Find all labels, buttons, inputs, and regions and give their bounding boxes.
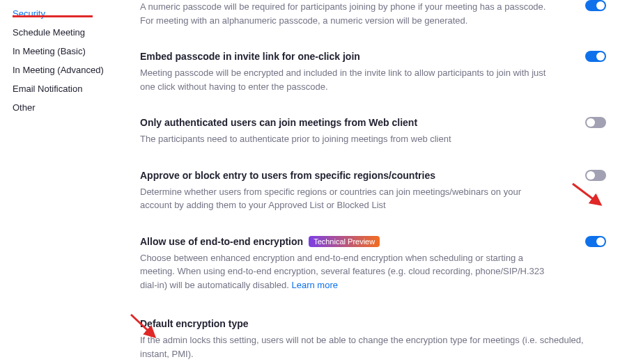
setting-description: The participants need to authenticate pr… bbox=[140, 132, 550, 146]
settings-content: A numeric passcode will be required for … bbox=[122, 0, 627, 364]
sidebar-item-other[interactable]: Other bbox=[13, 98, 36, 117]
toggle-numeric-passcode[interactable] bbox=[585, 0, 606, 11]
toggle-authenticated-web[interactable] bbox=[585, 117, 606, 128]
sidebar-item-email-notification[interactable]: Email Notification bbox=[13, 79, 82, 98]
setting-title: Approve or block entry to users from spe… bbox=[140, 170, 550, 181]
toggle-embed-passcode[interactable] bbox=[585, 51, 606, 62]
setting-title: Default encryption type bbox=[140, 318, 599, 329]
setting-title-text: Allow use of end-to-end encryption bbox=[140, 236, 303, 247]
toggle-region-block[interactable] bbox=[585, 170, 606, 181]
technical-preview-badge: Technical Preview bbox=[309, 236, 380, 247]
sidebar-item-security[interactable]: Security bbox=[13, 4, 45, 23]
sidebar-item-schedule-meeting[interactable]: Schedule Meeting bbox=[13, 23, 85, 42]
setting-desc-text: Choose between enhanced encryption and e… bbox=[140, 253, 544, 290]
setting-region-block: Approve or block entry to users from spe… bbox=[140, 159, 599, 225]
setting-description: Choose between enhanced encryption and e… bbox=[140, 251, 550, 292]
learn-more-link[interactable]: Learn more bbox=[292, 280, 338, 290]
setting-description: Meeting passcode will be encrypted and i… bbox=[140, 66, 550, 93]
sidebar-item-label: Schedule Meeting bbox=[13, 27, 85, 38]
annotation-underline bbox=[13, 15, 93, 17]
sidebar-item-label: Other bbox=[13, 102, 36, 113]
setting-title: Only authenticated users can join meetin… bbox=[140, 117, 550, 128]
setting-title: Allow use of end-to-end encryption Techn… bbox=[140, 236, 550, 247]
setting-default-encryption: Default encryption type If the admin loc… bbox=[140, 304, 599, 364]
toggle-e2ee[interactable] bbox=[585, 236, 606, 247]
setting-embed-passcode: Embed passcode in invite link for one-cl… bbox=[140, 40, 599, 106]
settings-sidebar: Security Schedule Meeting In Meeting (Ba… bbox=[0, 0, 122, 364]
setting-description: A numeric passcode will be required for … bbox=[140, 0, 550, 27]
setting-title: Embed passcode in invite link for one-cl… bbox=[140, 51, 550, 62]
setting-description: Determine whether users from specific re… bbox=[140, 185, 550, 212]
sidebar-item-label: In Meeting (Basic) bbox=[13, 46, 86, 56]
setting-authenticated-web: Only authenticated users can join meetin… bbox=[140, 106, 599, 159]
setting-e2ee: Allow use of end-to-end encryption Techn… bbox=[140, 225, 599, 305]
setting-description: If the admin locks this setting, users w… bbox=[140, 333, 599, 361]
setting-numeric-passcode: A numeric passcode will be required for … bbox=[140, 0, 599, 40]
sidebar-item-in-meeting-advanced[interactable]: In Meeting (Advanced) bbox=[13, 61, 104, 79]
sidebar-item-label: In Meeting (Advanced) bbox=[13, 65, 104, 75]
sidebar-item-label: Email Notification bbox=[13, 84, 82, 94]
sidebar-item-in-meeting-basic[interactable]: In Meeting (Basic) bbox=[13, 42, 86, 61]
